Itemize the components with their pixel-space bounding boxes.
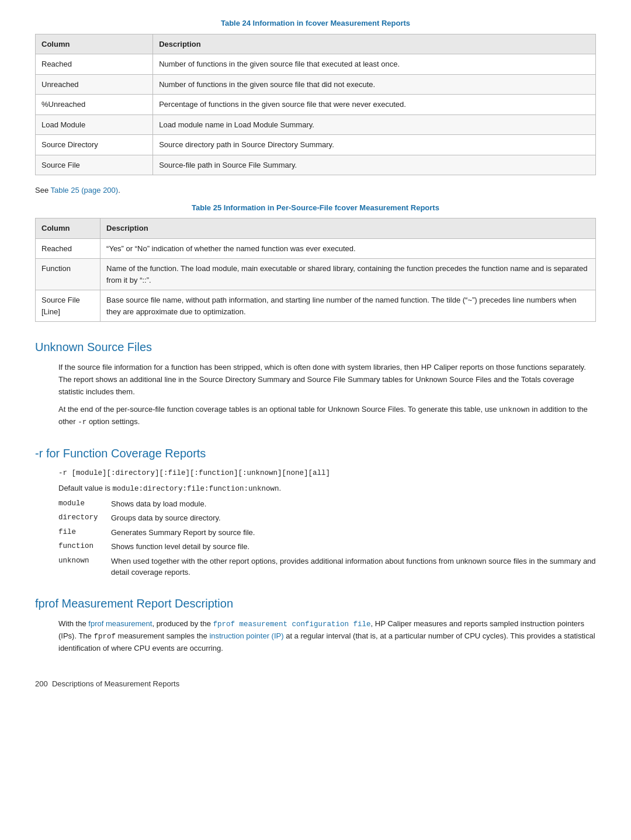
- r-option-desc-module: Shows data by load module.: [111, 498, 596, 510]
- unknown-code: unknown: [499, 406, 530, 414]
- r-option-row-unknown: unknownWhen used together with the other…: [58, 556, 596, 578]
- ip-link[interactable]: instruction pointer (IP): [209, 631, 283, 640]
- r-option-desc-unknown: When used together with the other report…: [111, 556, 596, 578]
- table24-row3-col1: Load module name in Load Module Summary.: [153, 114, 596, 135]
- table24-title: Table 24 Information in fcover Measureme…: [35, 18, 596, 29]
- see-table25-link: See Table 25 (page 200).: [35, 185, 596, 196]
- table24-row1-col1: Number of functions in the given source …: [153, 74, 596, 95]
- r-option-key-module: module: [58, 498, 111, 509]
- fprof-measurement-link[interactable]: fprof measurement: [88, 619, 152, 628]
- unknown-source-files-para1: If the source file information for a fun…: [58, 362, 596, 398]
- table24-row2-col1: Percentage of functions in the given sou…: [153, 95, 596, 115]
- table25-col-description: Description: [100, 218, 596, 239]
- table25-row0-col1: “Yes” or “No” indication of whether the …: [100, 238, 596, 259]
- r-default-line: Default value is module:directory:file:f…: [58, 483, 596, 495]
- r-option-row-file: fileGenerates Summary Report by source f…: [58, 527, 596, 539]
- r-option-desc-file: Generates Summary Report by source file.: [111, 527, 596, 539]
- table24-row4-col1: Source directory path in Source Director…: [153, 135, 596, 155]
- r-default-value: module:directory:file:function:unknown: [113, 485, 279, 493]
- r-option-row-module: moduleShows data by load module.: [58, 498, 596, 510]
- r-cmd-line: -r [module][:directory][:file][:function…: [58, 468, 596, 479]
- table24-col-description: Description: [153, 34, 596, 54]
- table24-row0-col0: Reached: [36, 54, 153, 75]
- table25-link[interactable]: Table 25 (page 200): [51, 186, 119, 195]
- r-option-desc-function: Shows function level detail by source fi…: [111, 541, 596, 553]
- table24-row5-col1: Source-file path in Source File Summary.: [153, 155, 596, 175]
- unknown-source-files-para2: At the end of the per-source-file functi…: [58, 404, 596, 428]
- table25-row0-col0: Reached: [36, 238, 100, 259]
- fprof-para: With the fprof measurement, produced by …: [58, 618, 596, 655]
- r-option-key-file: file: [58, 527, 111, 538]
- r-option-code: -r: [78, 418, 86, 426]
- table24: Column Description ReachedNumber of func…: [35, 34, 596, 176]
- table25-row2-col1: Base source file name, without path info…: [100, 290, 596, 322]
- table24-row3-col0: Load Module: [36, 114, 153, 135]
- r-option-row-function: functionShows function level detail by s…: [58, 541, 596, 553]
- page-number: 200: [35, 679, 48, 688]
- r-function-heading: -r for Function Coverage Reports: [35, 445, 596, 462]
- r-option-key-function: function: [58, 541, 111, 552]
- r-option-key-unknown: unknown: [58, 556, 111, 567]
- fprof-heading: fprof Measurement Report Description: [35, 595, 596, 612]
- unknown-source-files-heading: Unknown Source Files: [35, 338, 596, 356]
- table25: Column Description Reached“Yes” or “No” …: [35, 218, 596, 322]
- unknown-source-files-body: If the source file information for a fun…: [58, 362, 596, 428]
- fprof-inline: fprof: [93, 633, 116, 641]
- table24-row1-col0: Unreached: [36, 74, 153, 95]
- page-footer: 200 Descriptions of Measurement Reports: [35, 678, 596, 690]
- footer-text: Descriptions of Measurement Reports: [52, 679, 179, 688]
- table25-row1-col1: Name of the function. The load module, m…: [100, 259, 596, 290]
- table24-col-column: Column: [36, 34, 153, 54]
- table24-row0-col1: Number of functions in the given source …: [153, 54, 596, 75]
- r-option-key-directory: directory: [58, 512, 111, 523]
- fprof-body: With the fprof measurement, produced by …: [58, 618, 596, 655]
- table24-row5-col0: Source File: [36, 155, 153, 175]
- table25-row1-col0: Function: [36, 259, 100, 290]
- table25-col-column: Column: [36, 218, 100, 239]
- table25-title: Table 25 Information in Per-Source-File …: [35, 202, 596, 214]
- table25-row2-col0: Source File [Line]: [36, 290, 100, 322]
- table24-row4-col0: Source Directory: [36, 135, 153, 155]
- r-option-desc-directory: Groups data by source directory.: [111, 512, 596, 524]
- r-option-row-directory: directoryGroups data by source directory…: [58, 512, 596, 524]
- fprof-config-link[interactable]: fprof measurement configuration file: [213, 620, 370, 629]
- r-options-list: moduleShows data by load module.director…: [58, 498, 596, 578]
- table24-row2-col0: %Unreached: [36, 95, 153, 115]
